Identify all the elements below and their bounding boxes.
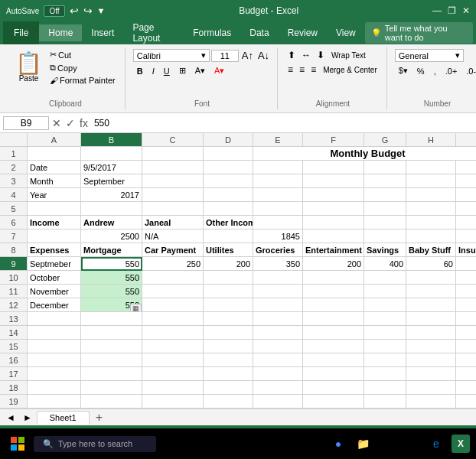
cell-G17[interactable]: [364, 367, 406, 381]
currency-button[interactable]: $▾: [395, 64, 412, 77]
cell-E17[interactable]: [253, 367, 303, 381]
insert-function-icon[interactable]: fx: [80, 117, 88, 129]
cell-E13[interactable]: [253, 312, 303, 326]
cell-F18[interactable]: [303, 381, 364, 395]
cell-H15[interactable]: [406, 340, 456, 353]
cell-F4[interactable]: [303, 188, 364, 202]
cell-H8[interactable]: Baby Stuff: [406, 243, 456, 257]
menu-home[interactable]: Home: [39, 24, 82, 41]
copy-button[interactable]: ⧉ Copy: [47, 62, 119, 73]
windows-start-button[interactable]: [6, 432, 29, 442]
cancel-formula-icon[interactable]: ✕: [52, 117, 61, 129]
cell-G8[interactable]: Savings: [364, 243, 406, 257]
cell-A10[interactable]: October: [28, 271, 81, 285]
cell-B17[interactable]: [81, 367, 142, 381]
cell-H12[interactable]: [406, 298, 456, 312]
cell-A4[interactable]: Year: [28, 188, 81, 202]
cell-F10[interactable]: [303, 271, 364, 285]
cell-C12[interactable]: [142, 298, 204, 312]
cell-H19[interactable]: [406, 395, 456, 409]
border-button[interactable]: ⊞: [175, 64, 190, 77]
col-header-b[interactable]: B: [81, 133, 142, 146]
cell-C11[interactable]: [142, 285, 204, 298]
cell-G15[interactable]: [364, 340, 406, 353]
scroll-left-icon[interactable]: ◄: [3, 412, 18, 423]
chrome-icon[interactable]: ●: [329, 435, 347, 442]
cell-D9[interactable]: 200: [204, 257, 253, 271]
number-format-selector[interactable]: General ▾: [395, 49, 464, 62]
menu-file[interactable]: File: [3, 21, 39, 44]
cell-E9[interactable]: 350: [253, 257, 303, 271]
cell-I3[interactable]: [456, 174, 476, 188]
cell-B1[interactable]: [81, 147, 142, 161]
cell-E18[interactable]: [253, 381, 303, 395]
cell-G12[interactable]: [364, 298, 406, 312]
cell-F11[interactable]: [303, 285, 364, 298]
cell-E7[interactable]: 1845: [253, 230, 303, 243]
cell-H2[interactable]: [406, 161, 456, 174]
edge-icon[interactable]: e: [427, 435, 445, 442]
cell-D13[interactable]: [204, 312, 253, 326]
cell-H14[interactable]: [406, 326, 456, 340]
cell-E11[interactable]: [253, 285, 303, 298]
cell-E4[interactable]: [253, 188, 303, 202]
formula-input[interactable]: [91, 118, 473, 129]
cell-E6[interactable]: [253, 216, 303, 230]
cell-I19[interactable]: [456, 395, 476, 409]
cell-G10[interactable]: [364, 271, 406, 285]
cell-H18[interactable]: [406, 381, 456, 395]
cell-C19[interactable]: [142, 395, 204, 409]
cell-E1[interactable]: Monthly Budget: [253, 147, 476, 161]
scroll-right-icon[interactable]: ►: [20, 412, 35, 423]
cell-D16[interactable]: [204, 353, 253, 367]
cell-I17[interactable]: [456, 367, 476, 381]
cell-B2[interactable]: 9/5/2017: [81, 161, 142, 174]
col-header-d[interactable]: D: [204, 133, 253, 146]
menu-formulas[interactable]: Formulas: [184, 24, 240, 41]
cell-B7[interactable]: 2500: [81, 230, 142, 243]
cell-G9[interactable]: 400: [364, 257, 406, 271]
redo-icon[interactable]: ↪: [83, 5, 93, 17]
cell-I15[interactable]: [456, 340, 476, 353]
cell-A7[interactable]: [28, 230, 81, 243]
cell-G6[interactable]: [364, 216, 406, 230]
cell-F12[interactable]: [303, 298, 364, 312]
cell-D11[interactable]: [204, 285, 253, 298]
cell-C17[interactable]: [142, 367, 204, 381]
fill-color-button[interactable]: A▾: [191, 64, 209, 77]
cell-D15[interactable]: [204, 340, 253, 353]
cell-D19[interactable]: [204, 395, 253, 409]
cell-C2[interactable]: [142, 161, 204, 174]
wrap-text-button[interactable]: Wrap Text: [328, 50, 369, 60]
cell-F3[interactable]: [303, 174, 364, 188]
cell-B5[interactable]: [81, 202, 142, 216]
cell-F7[interactable]: [303, 230, 364, 243]
cell-H5[interactable]: [406, 202, 456, 216]
cell-B13[interactable]: [81, 312, 142, 326]
cell-A14[interactable]: [28, 326, 81, 340]
cell-F9[interactable]: 200: [303, 257, 364, 271]
menu-review[interactable]: Review: [279, 24, 327, 41]
cell-G5[interactable]: [364, 202, 406, 216]
cell-I10[interactable]: [456, 271, 476, 285]
cell-F13[interactable]: [303, 312, 364, 326]
cell-A16[interactable]: [28, 353, 81, 367]
cell-A3[interactable]: Month: [28, 174, 81, 188]
cell-B4[interactable]: 2017: [81, 188, 142, 202]
decrease-font-icon[interactable]: A↓: [256, 49, 271, 62]
bold-button[interactable]: B: [133, 65, 147, 77]
percent-button[interactable]: %: [413, 65, 429, 77]
cell-H10[interactable]: [406, 271, 456, 285]
col-header-h[interactable]: H: [406, 133, 456, 146]
sheet-tab-sheet1[interactable]: Sheet1: [37, 411, 90, 425]
cell-E16[interactable]: [253, 353, 303, 367]
cell-F6[interactable]: [303, 216, 364, 230]
cell-G3[interactable]: [364, 174, 406, 188]
cell-E2[interactable]: [253, 161, 303, 174]
cell-I6[interactable]: [456, 216, 476, 230]
format-painter-button[interactable]: 🖌 Format Painter: [47, 75, 119, 86]
cell-D8[interactable]: Utilites: [204, 243, 253, 257]
cell-A1[interactable]: [28, 147, 81, 161]
cell-I2[interactable]: [456, 161, 476, 174]
cell-A15[interactable]: [28, 340, 81, 353]
